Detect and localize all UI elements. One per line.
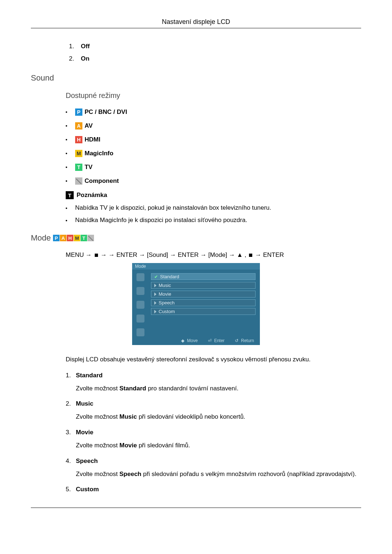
a-icon: A bbox=[60, 235, 67, 241]
osd-option-standard[interactable]: ✔Standard bbox=[151, 273, 256, 280]
osd-footer-enter: ⏎ Enter bbox=[207, 338, 225, 343]
item-number: 2. bbox=[69, 55, 79, 62]
mode-name: Movie bbox=[76, 429, 93, 436]
bullet-icon bbox=[66, 167, 67, 168]
mode-label: TV bbox=[85, 164, 93, 171]
off-on-list: 1. Off 2. On bbox=[69, 43, 361, 62]
osd-option-label: Speech bbox=[159, 300, 175, 305]
item-number: 1. bbox=[69, 43, 79, 50]
check-icon: ✔ bbox=[154, 274, 158, 279]
bullet-icon bbox=[66, 111, 67, 113]
osd-menu: Mode ✔Standard Music Movie Speech Custom bbox=[132, 263, 260, 345]
item-number: 3. bbox=[66, 429, 76, 436]
h-icon: H bbox=[67, 235, 74, 241]
osd-sidebar-icon bbox=[136, 301, 144, 309]
sound-heading: Sound bbox=[31, 73, 361, 83]
item-number: 1. bbox=[66, 372, 76, 379]
a-icon: A bbox=[75, 122, 82, 130]
list-item: 1. Off bbox=[69, 43, 361, 50]
mode-label: Component bbox=[85, 177, 119, 185]
menu-path: MENU → → → ENTER → [Sound] → ENTER → [Mo… bbox=[66, 251, 361, 259]
m-icon: M bbox=[74, 235, 81, 241]
bullet-icon bbox=[66, 180, 67, 182]
osd-footer-return: ↺ Return bbox=[233, 338, 254, 343]
osd-option-label: Movie bbox=[159, 291, 171, 297]
item-number: 4. bbox=[66, 457, 76, 465]
osd-option-movie[interactable]: Movie bbox=[151, 291, 256, 297]
mode-item-magicinfo: M MagicInfo bbox=[66, 150, 361, 157]
triangle-icon bbox=[154, 310, 156, 313]
t-icon: T bbox=[81, 235, 87, 241]
osd-sidebar-icon bbox=[136, 315, 144, 323]
osd-option-custom[interactable]: Custom bbox=[151, 308, 256, 315]
osd-option-music[interactable]: Music bbox=[151, 282, 256, 289]
mode-item-component: Component bbox=[66, 177, 361, 185]
osd-option-label: Standard bbox=[160, 274, 179, 279]
item-number: 5. bbox=[66, 486, 76, 493]
triangle-icon bbox=[154, 292, 156, 296]
mode-desc: Zvolte možnost Movie při sledování filmů… bbox=[76, 441, 361, 450]
path-segment: MENU → bbox=[66, 251, 94, 258]
note-text: Nabídka TV je k dispozici, pokud je nain… bbox=[75, 204, 271, 212]
note-item: Nabídka TV je k dispozici, pokud je nain… bbox=[66, 204, 361, 212]
mode-name: Speech bbox=[76, 457, 98, 464]
note-label: Poznámka bbox=[77, 192, 107, 199]
mode-definition: 3.Movie Zvolte možnost Movie při sledová… bbox=[66, 429, 361, 450]
mode-name: Standard bbox=[76, 372, 103, 379]
up-arrow-icon: ▲ bbox=[237, 251, 243, 259]
bullet-icon bbox=[66, 125, 67, 127]
path-segment: → → ENTER → [Sound] → ENTER → [Mode] → bbox=[99, 251, 237, 258]
note-text: Nabídka MagicInfo je k dispozici po inst… bbox=[75, 217, 247, 224]
stop-icon bbox=[95, 254, 98, 257]
m-icon: M bbox=[75, 150, 82, 157]
mode-desc: Zvolte možnost Music při sledování video… bbox=[76, 413, 361, 422]
description: Displej LCD obsahuje vestavěný stereofon… bbox=[66, 355, 361, 364]
osd-options: ✔Standard Music Movie Speech Custom bbox=[149, 270, 260, 336]
mode-item-pc: P PC / BNC / DVI bbox=[66, 108, 361, 116]
mode-label: AV bbox=[85, 122, 93, 130]
divider-bottom bbox=[31, 508, 361, 508]
p-icon: P bbox=[75, 108, 82, 116]
p-icon: P bbox=[53, 235, 60, 241]
modes-list: P PC / BNC / DVI A AV H HDMI M MagicInfo… bbox=[66, 108, 361, 185]
mode-heading: Mode bbox=[31, 233, 51, 243]
page-header: Nastavení displeje LCD bbox=[31, 18, 361, 26]
mode-item-hdmi: H HDMI bbox=[66, 136, 361, 143]
osd-title: Mode bbox=[132, 263, 260, 270]
mode-icon-strip: P A H M T bbox=[53, 235, 94, 241]
path-segment: , bbox=[243, 251, 248, 258]
triangle-icon bbox=[154, 301, 156, 305]
component-icon bbox=[75, 177, 82, 185]
mode-desc: Zvolte možnost Speech při sledování pořa… bbox=[76, 470, 361, 479]
mode-definition: 5.Custom bbox=[66, 486, 361, 493]
mode-item-tv: T TV bbox=[66, 164, 361, 171]
osd-option-speech[interactable]: Speech bbox=[151, 299, 256, 306]
mode-definition: 1.Standard Zvolte možnost Standard pro s… bbox=[66, 372, 361, 393]
mode-definition: 2.Music Zvolte možnost Music při sledová… bbox=[66, 400, 361, 422]
note-icon: T bbox=[66, 191, 74, 199]
mode-label: HDMI bbox=[85, 136, 100, 143]
component-icon bbox=[87, 235, 94, 241]
bullet-icon bbox=[66, 139, 67, 140]
available-modes-heading: Dostupné režimy bbox=[66, 91, 361, 100]
osd-sidebar-icon bbox=[136, 273, 144, 281]
osd-sidebar bbox=[132, 270, 149, 336]
note-header: T Poznámka bbox=[66, 191, 361, 199]
osd-footer: ◆ Move ⏎ Enter ↺ Return bbox=[132, 336, 260, 345]
mode-item-av: A AV bbox=[66, 122, 361, 130]
item-label: On bbox=[81, 55, 90, 62]
osd-option-label: Music bbox=[159, 283, 171, 288]
osd-footer-move: ◆ Move bbox=[180, 338, 198, 343]
triangle-icon bbox=[154, 284, 156, 287]
bullet-icon bbox=[66, 208, 67, 209]
mode-name: Music bbox=[76, 400, 93, 407]
mode-name: Custom bbox=[76, 486, 99, 493]
mode-desc: Zvolte možnost Standard pro standardní t… bbox=[76, 384, 361, 393]
note-item: Nabídka MagicInfo je k dispozici po inst… bbox=[66, 217, 361, 224]
item-label: Off bbox=[81, 43, 90, 50]
mode-heading-row: Mode P A H M T bbox=[31, 233, 361, 243]
osd-option-label: Custom bbox=[159, 309, 175, 314]
note-list: Nabídka TV je k dispozici, pokud je nain… bbox=[66, 204, 361, 224]
bullet-icon bbox=[66, 220, 67, 221]
mode-definitions: 1.Standard Zvolte možnost Standard pro s… bbox=[66, 372, 361, 493]
